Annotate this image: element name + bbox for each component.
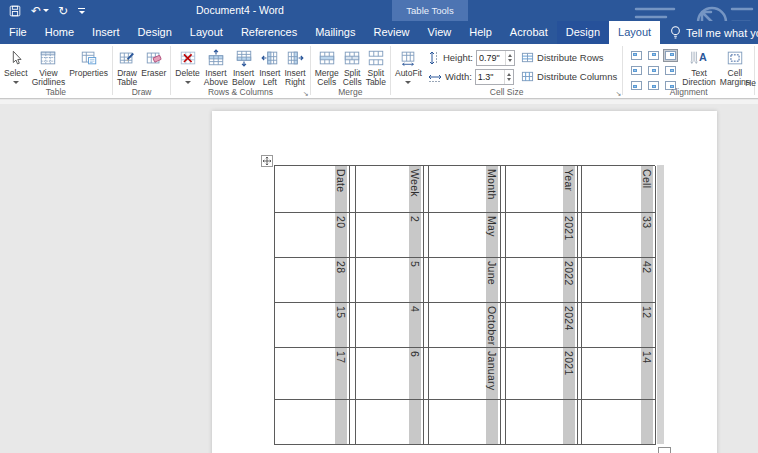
align-center-right-button[interactable]: [663, 64, 678, 77]
table-cell[interactable]: 2: [356, 213, 424, 258]
table-cell[interactable]: 2024: [506, 303, 578, 348]
table-cell[interactable]: [429, 400, 501, 445]
group-draw: Draw Table Eraser Draw: [113, 44, 170, 98]
width-spinner[interactable]: [504, 70, 513, 84]
table-cell[interactable]: [356, 400, 424, 445]
cell-text: 14: [641, 351, 653, 399]
table-cell[interactable]: [275, 400, 350, 445]
merge-cells-button[interactable]: Merge Cells: [313, 46, 341, 88]
tab-acrobat[interactable]: Acrobat: [501, 21, 557, 44]
group-alignment: A Text Direction Cell Margins Alignment: [623, 44, 754, 98]
eraser-button[interactable]: Eraser: [139, 46, 168, 88]
insert-left-button[interactable]: Insert Left: [257, 46, 282, 88]
align-center-left-button[interactable]: [629, 64, 644, 77]
insert-right-button[interactable]: Insert Right: [282, 46, 307, 88]
redo-icon[interactable]: ↻: [58, 5, 68, 17]
height-spinner[interactable]: [505, 51, 514, 65]
table-cell[interactable]: 15: [275, 303, 350, 348]
cell-selection-band: 5: [409, 258, 421, 302]
row-height-input[interactable]: [476, 50, 515, 66]
table-move-handle[interactable]: [261, 153, 273, 171]
table-cell[interactable]: 4: [356, 303, 424, 348]
table-cell[interactable]: 5: [356, 258, 424, 303]
distribute-columns-button[interactable]: Distribute Columns: [521, 68, 617, 85]
tab-view[interactable]: View: [419, 21, 461, 44]
column-width-input[interactable]: [475, 69, 514, 85]
save-icon[interactable]: [8, 4, 22, 18]
table-cell[interactable]: 2021: [506, 213, 578, 258]
table-cell[interactable]: 17: [275, 348, 350, 400]
text-direction-icon: A: [689, 48, 709, 68]
table-cell[interactable]: 20: [275, 213, 350, 258]
tab-tabletools-layout[interactable]: Layout: [609, 21, 660, 44]
cell-text: Year: [563, 169, 575, 212]
tab-mailings[interactable]: Mailings: [306, 21, 364, 44]
tab-tabletools-design[interactable]: Design: [557, 21, 609, 44]
tab-insert[interactable]: Insert: [83, 21, 129, 44]
view-gridlines-button[interactable]: View Gridlines: [30, 46, 68, 88]
ribbon-tab-row: File Home Insert Design Layout Reference…: [0, 21, 758, 44]
table-cell[interactable]: 42: [582, 258, 656, 303]
tab-layout[interactable]: Layout: [181, 21, 232, 44]
group-cell-size: AutoFit Height: Width:: [391, 44, 622, 98]
delete-button[interactable]: Delete: [173, 46, 202, 88]
undo-icon[interactable]: ↶: [31, 5, 49, 17]
insert-below-icon: [235, 48, 253, 68]
split-cells-button[interactable]: Split Cells: [341, 46, 364, 88]
tab-references[interactable]: References: [232, 21, 306, 44]
tell-me-label: Tell me what you want to do: [686, 27, 758, 39]
table-cell[interactable]: 2022: [506, 258, 578, 303]
text-direction-button[interactable]: A Text Direction: [680, 46, 718, 88]
select-button[interactable]: Select: [2, 46, 30, 88]
table-cell[interactable]: 6: [356, 348, 424, 400]
cell-text: 4: [409, 306, 421, 347]
table-resize-handle[interactable]: [658, 447, 671, 453]
tab-review[interactable]: Review: [365, 21, 419, 44]
distribute-rows-button[interactable]: Distribute Rows: [521, 49, 617, 66]
cell-text: 2024: [563, 306, 575, 347]
group-rows-columns: Delete Insert Above Insert Below Insert …: [171, 44, 309, 98]
insert-above-button[interactable]: Insert Above: [202, 46, 230, 88]
properties-button[interactable]: Properties: [67, 46, 110, 88]
tab-design[interactable]: Design: [129, 21, 181, 44]
table-cell[interactable]: Month: [429, 166, 501, 213]
table-cell[interactable]: Date: [275, 166, 350, 213]
tab-file[interactable]: File: [0, 21, 36, 44]
draw-table-button[interactable]: Draw Table: [115, 46, 139, 88]
align-top-right-button[interactable]: [663, 49, 678, 62]
table-cell[interactable]: Cell: [582, 166, 656, 213]
table-cell[interactable]: October: [429, 303, 501, 348]
table-cell[interactable]: Week: [356, 166, 424, 213]
table-cell[interactable]: May: [429, 213, 501, 258]
table-cell[interactable]: 33: [582, 213, 656, 258]
align-top-center-button[interactable]: [646, 49, 661, 62]
cell-text: 12: [641, 306, 653, 347]
table-cell[interactable]: 2021: [506, 348, 578, 400]
table-cell[interactable]: Year: [506, 166, 578, 213]
table-cell[interactable]: 28: [275, 258, 350, 303]
quick-access-toolbar: ↶ ↻: [8, 0, 85, 21]
cell-text: 2022: [563, 261, 575, 302]
table-cell[interactable]: [506, 400, 578, 445]
merge-cells-icon: [318, 48, 336, 68]
align-top-left-button[interactable]: [629, 49, 644, 62]
cell-text: 2: [409, 216, 421, 257]
tab-help[interactable]: Help: [460, 21, 501, 44]
document-page[interactable]: Date Week Month Year Cell 20 2 May 2021 …: [212, 111, 717, 453]
table-cell[interactable]: January: [429, 348, 501, 400]
align-center-button[interactable]: [646, 64, 661, 77]
table-cell[interactable]: 14: [582, 348, 656, 400]
cell-size-fields: Height: Width:: [425, 46, 518, 85]
tell-me-box[interactable]: Tell me what you want to do: [662, 21, 758, 44]
split-table-button[interactable]: Split Table: [364, 46, 388, 88]
autofit-button[interactable]: AutoFit: [393, 46, 424, 88]
table-cell[interactable]: 12: [582, 303, 656, 348]
tab-home[interactable]: Home: [36, 21, 83, 44]
undo-dropdown-caret[interactable]: [43, 9, 49, 12]
table-cell[interactable]: [582, 400, 656, 445]
table-cell[interactable]: June: [429, 258, 501, 303]
properties-icon: [80, 48, 98, 68]
customize-qat-icon[interactable]: [77, 8, 85, 14]
insert-below-button[interactable]: Insert Below: [230, 46, 257, 88]
insert-right-icon: [286, 48, 304, 68]
